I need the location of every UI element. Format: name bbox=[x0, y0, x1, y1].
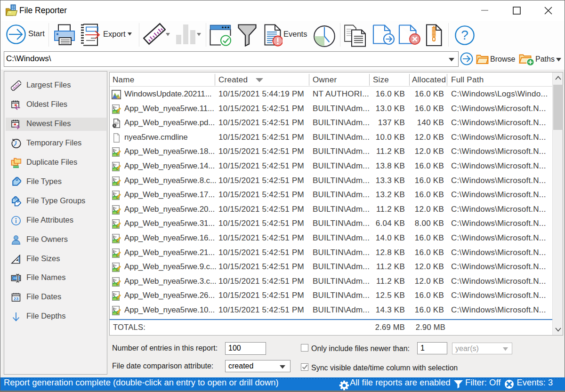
svg-text:23: 23 bbox=[14, 296, 19, 301]
svg-text:?: ? bbox=[461, 28, 468, 42]
